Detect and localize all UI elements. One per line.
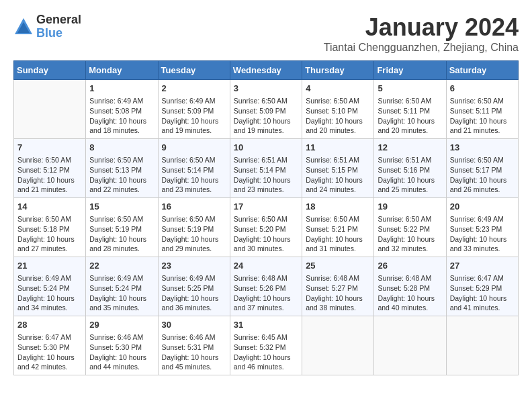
- calendar-table: SundayMondayTuesdayWednesdayThursdayFrid…: [13, 60, 519, 375]
- day-cell: 18Sunrise: 6:50 AM Sunset: 5:21 PM Dayli…: [302, 198, 374, 257]
- logo: General Blue: [13, 13, 81, 40]
- col-header-monday: Monday: [86, 61, 158, 80]
- day-number: 2: [162, 83, 226, 95]
- day-info: Sunrise: 6:49 AM Sunset: 5:24 PM Dayligh…: [17, 273, 82, 313]
- day-cell: 27Sunrise: 6:47 AM Sunset: 5:29 PM Dayli…: [446, 257, 518, 316]
- day-number: 18: [306, 201, 370, 213]
- day-info: Sunrise: 6:50 AM Sunset: 5:10 PM Dayligh…: [306, 96, 370, 136]
- day-info: Sunrise: 6:49 AM Sunset: 5:25 PM Dayligh…: [162, 273, 226, 313]
- day-cell: [302, 316, 374, 375]
- calendar-title: January 2024: [324, 13, 519, 42]
- day-info: Sunrise: 6:50 AM Sunset: 5:12 PM Dayligh…: [17, 155, 82, 195]
- day-cell: 20Sunrise: 6:49 AM Sunset: 5:23 PM Dayli…: [446, 198, 518, 257]
- col-header-thursday: Thursday: [302, 61, 374, 80]
- day-info: Sunrise: 6:50 AM Sunset: 5:17 PM Dayligh…: [450, 155, 515, 195]
- day-number: 13: [450, 142, 515, 154]
- day-cell: 24Sunrise: 6:48 AM Sunset: 5:26 PM Dayli…: [230, 257, 302, 316]
- day-number: 24: [234, 260, 298, 272]
- day-number: 31: [234, 319, 298, 331]
- day-cell: 28Sunrise: 6:47 AM Sunset: 5:30 PM Dayli…: [14, 316, 86, 375]
- day-info: Sunrise: 6:50 AM Sunset: 5:18 PM Dayligh…: [17, 214, 82, 254]
- day-cell: 23Sunrise: 6:49 AM Sunset: 5:25 PM Dayli…: [158, 257, 230, 316]
- day-cell: 31Sunrise: 6:45 AM Sunset: 5:32 PM Dayli…: [230, 316, 302, 375]
- week-row-5: 28Sunrise: 6:47 AM Sunset: 5:30 PM Dayli…: [14, 316, 519, 375]
- day-number: 28: [17, 319, 82, 331]
- day-info: Sunrise: 6:51 AM Sunset: 5:15 PM Dayligh…: [306, 155, 370, 195]
- day-info: Sunrise: 6:50 AM Sunset: 5:21 PM Dayligh…: [306, 214, 370, 254]
- page-header: General Blue January 2024 Tiantai Chengg…: [13, 13, 519, 54]
- day-info: Sunrise: 6:50 AM Sunset: 5:09 PM Dayligh…: [234, 96, 298, 136]
- day-info: Sunrise: 6:48 AM Sunset: 5:28 PM Dayligh…: [378, 273, 442, 313]
- day-number: 26: [378, 260, 442, 272]
- day-number: 20: [450, 201, 515, 213]
- day-cell: 6Sunrise: 6:50 AM Sunset: 5:11 PM Daylig…: [446, 80, 518, 139]
- day-cell: 12Sunrise: 6:51 AM Sunset: 5:16 PM Dayli…: [374, 139, 446, 198]
- day-number: 19: [378, 201, 442, 213]
- day-number: 23: [162, 260, 226, 272]
- day-number: 3: [234, 83, 298, 95]
- col-header-tuesday: Tuesday: [158, 61, 230, 80]
- day-cell: 11Sunrise: 6:51 AM Sunset: 5:15 PM Dayli…: [302, 139, 374, 198]
- logo-icon: [13, 17, 34, 37]
- day-info: Sunrise: 6:50 AM Sunset: 5:19 PM Dayligh…: [89, 214, 154, 254]
- day-info: Sunrise: 6:46 AM Sunset: 5:30 PM Dayligh…: [89, 332, 154, 372]
- day-number: 30: [162, 319, 226, 331]
- day-cell: 1Sunrise: 6:49 AM Sunset: 5:08 PM Daylig…: [86, 80, 158, 139]
- day-cell: [14, 80, 86, 139]
- day-number: 27: [450, 260, 515, 272]
- day-cell: 25Sunrise: 6:48 AM Sunset: 5:27 PM Dayli…: [302, 257, 374, 316]
- col-header-saturday: Saturday: [446, 61, 518, 80]
- calendar-subtitle: Tiantai Chengguanzhen, Zhejiang, China: [324, 42, 519, 54]
- day-cell: 22Sunrise: 6:49 AM Sunset: 5:24 PM Dayli…: [86, 257, 158, 316]
- day-cell: 9Sunrise: 6:50 AM Sunset: 5:14 PM Daylig…: [158, 139, 230, 198]
- day-cell: 13Sunrise: 6:50 AM Sunset: 5:17 PM Dayli…: [446, 139, 518, 198]
- day-cell: 5Sunrise: 6:50 AM Sunset: 5:11 PM Daylig…: [374, 80, 446, 139]
- week-row-4: 21Sunrise: 6:49 AM Sunset: 5:24 PM Dayli…: [14, 257, 519, 316]
- day-number: 29: [89, 319, 154, 331]
- day-number: 25: [306, 260, 370, 272]
- day-info: Sunrise: 6:47 AM Sunset: 5:29 PM Dayligh…: [450, 273, 515, 313]
- title-block: January 2024 Tiantai Chengguanzhen, Zhej…: [324, 13, 519, 54]
- day-info: Sunrise: 6:50 AM Sunset: 5:14 PM Dayligh…: [162, 155, 226, 195]
- day-cell: 2Sunrise: 6:49 AM Sunset: 5:09 PM Daylig…: [158, 80, 230, 139]
- day-info: Sunrise: 6:51 AM Sunset: 5:16 PM Dayligh…: [378, 155, 442, 195]
- day-cell: 29Sunrise: 6:46 AM Sunset: 5:30 PM Dayli…: [86, 316, 158, 375]
- day-cell: 26Sunrise: 6:48 AM Sunset: 5:28 PM Dayli…: [374, 257, 446, 316]
- day-info: Sunrise: 6:50 AM Sunset: 5:20 PM Dayligh…: [234, 214, 298, 254]
- day-cell: [374, 316, 446, 375]
- calendar-body: 1Sunrise: 6:49 AM Sunset: 5:08 PM Daylig…: [14, 80, 519, 375]
- day-number: 22: [89, 260, 154, 272]
- day-info: Sunrise: 6:50 AM Sunset: 5:22 PM Dayligh…: [378, 214, 442, 254]
- day-info: Sunrise: 6:50 AM Sunset: 5:13 PM Dayligh…: [89, 155, 154, 195]
- day-cell: 7Sunrise: 6:50 AM Sunset: 5:12 PM Daylig…: [14, 139, 86, 198]
- day-number: 1: [89, 83, 154, 95]
- day-cell: 3Sunrise: 6:50 AM Sunset: 5:09 PM Daylig…: [230, 80, 302, 139]
- day-cell: 30Sunrise: 6:46 AM Sunset: 5:31 PM Dayli…: [158, 316, 230, 375]
- day-number: 9: [162, 142, 226, 154]
- logo-blue-text: Blue: [36, 27, 81, 40]
- day-number: 15: [89, 201, 154, 213]
- day-number: 16: [162, 201, 226, 213]
- logo-general-text: General: [36, 13, 81, 27]
- day-number: 6: [450, 83, 515, 95]
- day-cell: 19Sunrise: 6:50 AM Sunset: 5:22 PM Dayli…: [374, 198, 446, 257]
- day-info: Sunrise: 6:45 AM Sunset: 5:32 PM Dayligh…: [234, 332, 298, 372]
- day-number: 11: [306, 142, 370, 154]
- day-info: Sunrise: 6:49 AM Sunset: 5:24 PM Dayligh…: [89, 273, 154, 313]
- day-number: 7: [17, 142, 82, 154]
- day-cell: 15Sunrise: 6:50 AM Sunset: 5:19 PM Dayli…: [86, 198, 158, 257]
- day-number: 8: [89, 142, 154, 154]
- week-row-3: 14Sunrise: 6:50 AM Sunset: 5:18 PM Dayli…: [14, 198, 519, 257]
- day-info: Sunrise: 6:50 AM Sunset: 5:11 PM Dayligh…: [378, 96, 442, 136]
- day-number: 5: [378, 83, 442, 95]
- col-header-friday: Friday: [374, 61, 446, 80]
- day-info: Sunrise: 6:46 AM Sunset: 5:31 PM Dayligh…: [162, 332, 226, 372]
- day-info: Sunrise: 6:51 AM Sunset: 5:14 PM Dayligh…: [234, 155, 298, 195]
- day-cell: 4Sunrise: 6:50 AM Sunset: 5:10 PM Daylig…: [302, 80, 374, 139]
- day-cell: 10Sunrise: 6:51 AM Sunset: 5:14 PM Dayli…: [230, 139, 302, 198]
- day-number: 17: [234, 201, 298, 213]
- day-cell: [446, 316, 518, 375]
- day-number: 21: [17, 260, 82, 272]
- day-info: Sunrise: 6:49 AM Sunset: 5:08 PM Dayligh…: [89, 96, 154, 136]
- day-cell: 16Sunrise: 6:50 AM Sunset: 5:19 PM Dayli…: [158, 198, 230, 257]
